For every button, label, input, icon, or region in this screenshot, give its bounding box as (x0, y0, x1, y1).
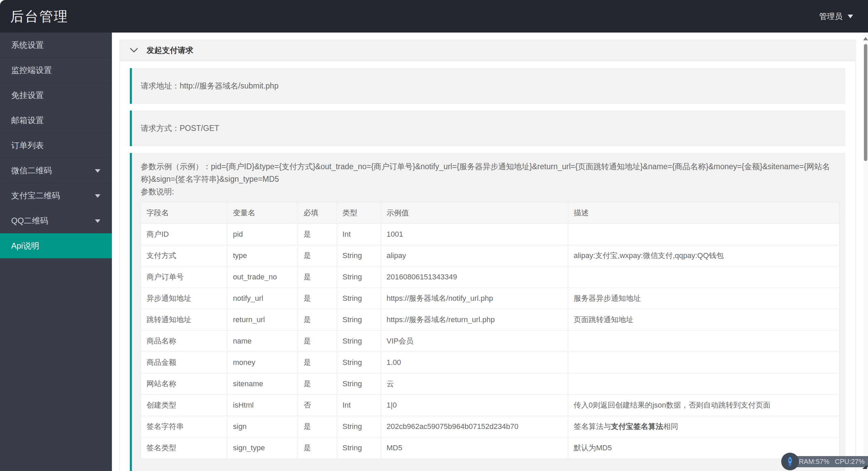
table-cell: sitename (228, 373, 298, 395)
table-cell (568, 373, 840, 395)
table-cell: VIP会员 (381, 331, 568, 352)
table-cell: 是 (298, 288, 337, 309)
table-cell: 创建类型 (141, 395, 228, 416)
table-cell (568, 224, 840, 245)
table-cell: 是 (298, 224, 337, 245)
table-cell: 1001 (381, 224, 568, 245)
vertical-scrollbar[interactable] (863, 33, 868, 471)
app-header: 后台管理 管理员 (0, 0, 868, 33)
table-row: 商户订单号out_trade_no是String2016080615134334… (141, 267, 840, 288)
table-cell: 是 (298, 245, 337, 267)
table-cell: String (337, 416, 381, 437)
table-cell: 跳转通知地址 (141, 309, 228, 331)
table-cell: 20160806151343349 (381, 267, 568, 288)
table-cell: name (228, 331, 298, 352)
table-row: 商品金额money是String1.00 (141, 352, 840, 373)
table-cell: sign_type (228, 437, 298, 459)
sidebar-item-alipay-qrcode[interactable]: 支付宝二维码 (0, 183, 112, 208)
table-cell: String (337, 309, 381, 331)
table-cell: type (228, 245, 298, 267)
table-column-header: 示例值 (381, 202, 568, 224)
table-row: 商品名称name是StringVIP会员 (141, 331, 840, 352)
table-cell: money (228, 352, 298, 373)
table-cell: String (337, 331, 381, 352)
app-title: 后台管理 (0, 7, 68, 26)
cpu-usage: CPU:27% (835, 458, 865, 466)
table-cell: 页面跳转通知地址 (568, 309, 840, 331)
collapse-panel-header[interactable]: 发起支付请求 (120, 40, 855, 61)
table-cell: 网站名称 (141, 373, 228, 395)
table-cell: String (337, 288, 381, 309)
table-cell: String (337, 352, 381, 373)
table-cell: return_url (228, 309, 298, 331)
table-cell: https://服务器域名/notify_url.php (381, 288, 568, 309)
table-cell: String (337, 245, 381, 267)
sidebar-item-qq-qrcode[interactable]: QQ二维码 (0, 208, 112, 233)
table-row: 商户IDpid是Int1001 (141, 224, 840, 245)
table-cell: 否 (298, 395, 337, 416)
collapse-panel-body: 请求地址：http://服务器域名/submit.php 请求方式：POST/G… (120, 61, 855, 471)
table-cell: 签名字符串 (141, 416, 228, 437)
table-cell: 是 (298, 373, 337, 395)
table-cell: alipay (381, 245, 568, 267)
sidebar-item-label: Api说明 (11, 241, 39, 250)
table-row: 跳转通知地址return_url是Stringhttps://服务器域名/ret… (141, 309, 840, 331)
table-cell: 商品金额 (141, 352, 228, 373)
table-cell: 202cb962ac59075b964b07152d234b70 (381, 416, 568, 437)
table-cell (568, 352, 840, 373)
chevron-down-icon (848, 15, 853, 21)
scrollbar-thumb[interactable] (864, 44, 867, 161)
table-cell: String (337, 437, 381, 459)
system-monitor-pill: RAM:57% CPU:27% (789, 456, 868, 467)
table-cell: 1|0 (381, 395, 568, 416)
table-cell: 是 (298, 309, 337, 331)
table-column-header: 必填 (298, 202, 337, 224)
table-cell: 商户订单号 (141, 267, 228, 288)
table-column-header: 变量名 (228, 202, 298, 224)
table-cell: 异步通知地址 (141, 288, 228, 309)
sidebar-item-label: 免挂设置 (11, 91, 44, 100)
sidebar-item-mianGua-settings[interactable]: 免挂设置 (0, 83, 112, 108)
table-cell: pid (228, 224, 298, 245)
sidebar-item-label: 微信二维码 (11, 166, 52, 175)
table-cell: 商品名称 (141, 331, 228, 352)
params-example-text: 参数示例（示例）：pid={商户ID}&type={支付方式}&out_trad… (141, 160, 836, 185)
table-cell: alipay:支付宝,wxpay:微信支付,qqpay:QQ钱包 (568, 245, 840, 267)
sidebar-item-order-list[interactable]: 订单列表 (0, 133, 112, 158)
ram-usage: RAM:57% (799, 458, 829, 466)
sidebar-item-system-settings[interactable]: 系统设置 (0, 33, 112, 58)
params-label: 参数说明: (141, 185, 836, 198)
table-row: 签名字符串sign是String202cb962ac59075b964b0715… (141, 416, 840, 437)
user-name: 管理员 (819, 11, 843, 22)
sidebar-item-label: 邮箱设置 (11, 116, 44, 125)
sidebar-item-label: QQ二维码 (11, 216, 48, 225)
table-cell (568, 267, 840, 288)
table-cell: sign (228, 416, 298, 437)
table-row: 网站名称sitename是String云 (141, 373, 840, 395)
table-cell: 是 (298, 267, 337, 288)
table-cell: 1.00 (381, 352, 568, 373)
table-cell: 是 (298, 331, 337, 352)
user-menu[interactable]: 管理员 (819, 0, 853, 33)
table-cell: 签名算法与支付宝签名算法相同 (568, 416, 840, 437)
main-content: 发起支付请求 请求地址：http://服务器域名/submit.php 请求方式… (112, 33, 863, 471)
table-cell: isHtml (228, 395, 298, 416)
table-row: 异步通知地址notify_url是Stringhttps://服务器域名/not… (141, 288, 840, 309)
sidebar-item-monitor-settings[interactable]: 监控端设置 (0, 58, 112, 83)
params-quote: 参数示例（示例）：pid={商户ID}&type={支付方式}&out_trad… (130, 153, 845, 471)
sidebar-item-label: 订单列表 (11, 141, 44, 150)
table-cell: 是 (298, 437, 337, 459)
chevron-down-icon (130, 48, 138, 53)
sidebar-item-mail-settings[interactable]: 邮箱设置 (0, 108, 112, 133)
table-cell: 支付方式 (141, 245, 228, 267)
table-cell: 云 (381, 373, 568, 395)
monitor-badge (781, 453, 799, 470)
table-column-header: 字段名 (141, 202, 228, 224)
system-monitor-widget[interactable]: RAM:57% CPU:27% (781, 453, 868, 470)
table-row: 签名类型sign_type是StringMD5默认为MD5 (141, 437, 840, 459)
sidebar-item-api-doc[interactable]: Api说明 (0, 233, 112, 258)
chevron-down-icon (95, 169, 100, 175)
scroll-up-icon[interactable] (863, 37, 868, 40)
sidebar-item-wechat-qrcode[interactable]: 微信二维码 (0, 158, 112, 183)
table-cell: 是 (298, 416, 337, 437)
